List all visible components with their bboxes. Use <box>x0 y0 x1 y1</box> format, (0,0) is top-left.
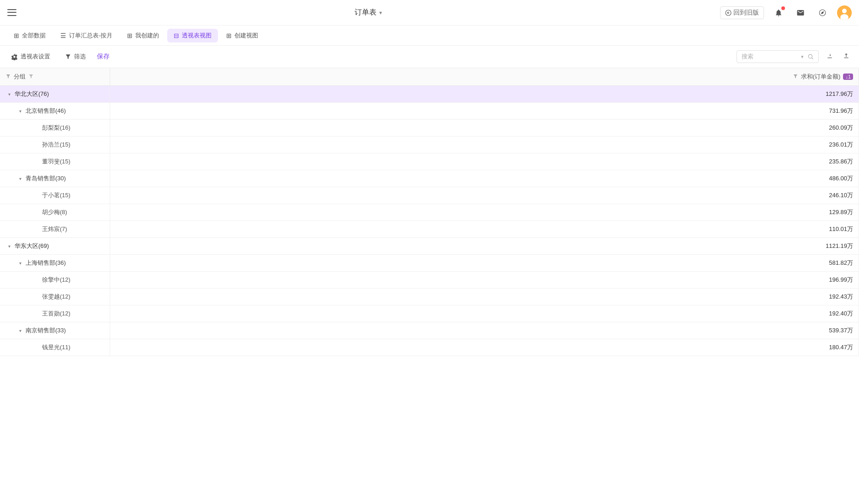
tabs-bar: ⊞ 全部数据 ☰ 订单汇总表-按月 ⊞ 我创建的 ⊟ 透视表视图 ⊞ 创建视图 <box>0 26 859 46</box>
cell-group[interactable]: 董羽斐(15) <box>0 153 110 170</box>
cell-group[interactable]: 张雯越(12) <box>0 289 110 305</box>
tab-my-created[interactable]: ⊞ 我创建的 <box>121 29 165 42</box>
row-label: 于小茗(15) <box>42 192 70 199</box>
mail-icon <box>796 9 805 17</box>
cell-value: 129.89万 <box>110 204 859 221</box>
table-row: ▾华东大区(69)1121.19万 <box>0 238 859 255</box>
row-label: 上海销售部(36) <box>26 259 66 266</box>
tab-pivot-view-label: 透视表视图 <box>182 31 212 40</box>
app-title: 订单表 <box>355 8 376 17</box>
compass-icon <box>818 9 827 17</box>
row-label: 彭梨梨(16) <box>42 124 70 131</box>
toolbar-right: 搜索 ▾ <box>737 50 852 63</box>
search-dropdown-arrow[interactable]: ▾ <box>801 54 804 60</box>
expand-btn[interactable]: ▾ <box>16 327 24 335</box>
tab-order-summary-label: 订单汇总表-按月 <box>69 31 112 40</box>
filter-btn[interactable]: 筛选 <box>61 51 90 63</box>
cell-group[interactable]: 孙浩兰(15) <box>0 136 110 153</box>
table-row: 孙浩兰(15)236.01万 <box>0 136 859 153</box>
table-container[interactable]: 分组 <box>0 68 859 503</box>
notification-btn[interactable] <box>771 5 786 20</box>
tab-order-summary[interactable]: ☰ 订单汇总表-按月 <box>54 29 119 42</box>
mail-btn[interactable] <box>793 5 808 20</box>
table-row: ▾南京销售部(33)539.37万 <box>0 322 859 339</box>
expand-btn[interactable]: ▾ <box>16 108 24 115</box>
filter-sum-icon[interactable] <box>793 74 798 80</box>
settings-icon <box>11 53 18 60</box>
cell-group[interactable]: ▾青岛销售部(30) <box>0 170 110 187</box>
grid-icon: ⊞ <box>14 32 19 39</box>
cell-group[interactable]: 彭梨梨(16) <box>0 120 110 136</box>
row-label: 王炜宸(7) <box>42 226 67 232</box>
row-label: 董羽斐(15) <box>42 158 70 165</box>
table-row: 王首勋(12)192.40万 <box>0 305 859 322</box>
title-dropdown-arrow[interactable]: ▾ <box>379 10 382 16</box>
return-old-btn[interactable]: 回到旧版 <box>720 6 764 19</box>
row-label: 钱昱光(11) <box>42 344 70 351</box>
table-row: 董羽斐(15)235.86万 <box>0 153 859 170</box>
row-label: 徐擎中(12) <box>42 276 70 283</box>
main-content: 分组 <box>0 68 859 503</box>
table-row: 彭梨梨(16)260.09万 <box>0 120 859 136</box>
compass-btn[interactable] <box>815 5 830 20</box>
upload-icon <box>843 52 850 59</box>
cell-group[interactable]: 钱昱光(11) <box>0 339 110 356</box>
cell-group[interactable]: ▾上海销售部(36) <box>0 255 110 272</box>
cell-value: 539.37万 <box>110 322 859 339</box>
col-group-filter[interactable] <box>28 74 34 80</box>
avatar[interactable] <box>837 5 852 20</box>
expand-btn[interactable]: ▾ <box>5 243 13 250</box>
cell-group[interactable]: 于小茗(15) <box>0 187 110 204</box>
cell-value: 180.47万 <box>110 339 859 356</box>
cell-value: 246.10万 <box>110 187 859 204</box>
expand-btn[interactable]: ▾ <box>5 91 13 98</box>
pivot-settings-btn[interactable]: 透视表设置 <box>7 51 54 63</box>
tab-pivot-view[interactable]: ⊟ 透视表视图 <box>167 29 218 42</box>
cell-group[interactable]: ▾华北大区(76) <box>0 86 110 103</box>
cell-group[interactable]: ▾华东大区(69) <box>0 238 110 255</box>
avatar-image <box>837 5 852 20</box>
cell-group[interactable]: 徐擎中(12) <box>0 272 110 289</box>
toolbar-left: 透视表设置 筛选 保存 <box>7 51 110 63</box>
search-placeholder: 搜索 <box>742 52 797 61</box>
row-label: 华东大区(69) <box>15 242 49 249</box>
table-row: ▾北京销售部(46)731.96万 <box>0 103 859 120</box>
search-area[interactable]: 搜索 ▾ <box>737 50 819 63</box>
cell-value: 260.09万 <box>110 120 859 136</box>
cell-value: 192.43万 <box>110 289 859 305</box>
cell-group[interactable]: ▾北京销售部(46) <box>0 103 110 120</box>
table-row: 胡少梅(8)129.89万 <box>0 204 859 221</box>
table-row: 于小茗(15)246.10万 <box>0 187 859 204</box>
row-label: 南京销售部(33) <box>26 327 66 334</box>
row-label: 华北大区(76) <box>15 90 49 97</box>
cell-value: 1121.19万 <box>110 238 859 255</box>
return-label: 回到旧版 <box>733 9 759 17</box>
col-sum-label: 求和(订单金额) <box>801 73 841 81</box>
save-btn[interactable]: 保存 <box>97 52 110 61</box>
cell-group[interactable]: 王炜宸(7) <box>0 221 110 238</box>
tab-create-view[interactable]: ⊞ 创建视图 <box>220 29 265 42</box>
grid2-icon: ⊞ <box>127 32 133 39</box>
cell-group[interactable]: 胡少梅(8) <box>0 204 110 221</box>
filter-icon <box>65 53 71 60</box>
cell-group[interactable]: ▾南京销售部(33) <box>0 322 110 339</box>
pivot-icon: ⊟ <box>174 32 179 39</box>
upload-btn[interactable] <box>841 50 852 63</box>
return-icon <box>725 10 732 16</box>
cell-group[interactable]: 王首勋(12) <box>0 305 110 322</box>
expand-btn[interactable]: ▾ <box>16 175 24 183</box>
filter-col-icon[interactable] <box>5 74 11 80</box>
expand-btn[interactable]: ▾ <box>16 260 24 267</box>
sort-badge[interactable]: ↓1 <box>843 74 853 80</box>
row-label: 孙浩兰(15) <box>42 141 70 148</box>
cell-value: 236.01万 <box>110 136 859 153</box>
cell-value: 110.01万 <box>110 221 859 238</box>
tab-all-data[interactable]: ⊞ 全部数据 <box>7 29 52 42</box>
table-row: 王炜宸(7)110.01万 <box>0 221 859 238</box>
hamburger-menu[interactable] <box>7 8 16 17</box>
search-icon[interactable] <box>807 53 814 60</box>
svg-point-3 <box>842 9 847 13</box>
table-row: ▾华北大区(76)1217.96万 <box>0 86 859 103</box>
table-row: ▾上海销售部(36)581.82万 <box>0 255 859 272</box>
download-btn[interactable] <box>824 50 835 63</box>
